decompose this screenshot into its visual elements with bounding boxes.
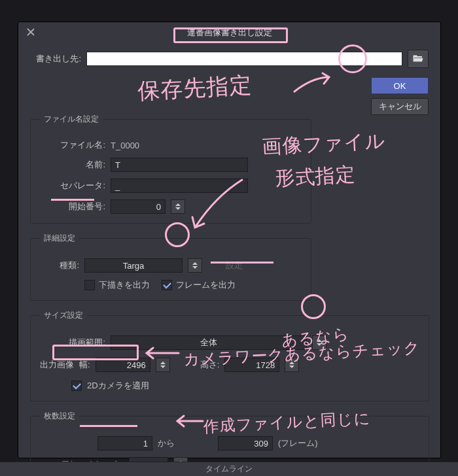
export-draft-label: 下描きを出力 <box>99 279 150 291</box>
start-number-input[interactable]: 0 <box>111 199 166 214</box>
folder-open-icon <box>412 54 424 65</box>
to-input[interactable]: 309 <box>218 436 273 450</box>
separator-label: セパレータ: <box>40 180 105 192</box>
start-number-stepper[interactable] <box>171 199 185 214</box>
height-stepper[interactable] <box>285 358 299 372</box>
name-input[interactable]: T <box>111 158 248 172</box>
width-input[interactable]: 2496 <box>96 358 150 372</box>
export-frame-label: フレームを出力 <box>176 279 236 291</box>
cancel-button[interactable]: キャンセル <box>371 98 429 115</box>
start-number-label: 開始番号: <box>40 201 105 212</box>
type-stepper[interactable] <box>188 258 202 273</box>
export-path-input[interactable] <box>86 52 402 66</box>
frame-unit-label: (フレーム) <box>278 437 318 449</box>
apply-2d-camera-checkbox[interactable] <box>71 381 82 391</box>
dialog-title: 連番画像書き出し設定 <box>185 26 275 40</box>
type-label: 種類: <box>40 260 79 271</box>
width-stepper[interactable] <box>156 358 170 372</box>
export-settings-dialog: 連番画像書き出し設定 書き出し先: OK キャンセル ファイル名設定 ファイル名… <box>18 22 441 458</box>
count-legend: 枚数設定 <box>40 411 79 422</box>
width-label: 幅: <box>79 359 90 371</box>
filename-fieldset: ファイル名設定 ファイル名: T_0000 名前: T セパレータ: _ 開始番… <box>30 114 311 224</box>
export-draft-checkbox[interactable] <box>84 280 95 290</box>
separator-input[interactable]: _ <box>111 178 248 193</box>
range-stepper[interactable] <box>312 335 326 350</box>
export-to-label: 書き出し先: <box>30 53 81 65</box>
titlebar: 連番画像書き出し設定 <box>18 22 440 43</box>
timeline-label: タイムライン <box>205 464 253 475</box>
ok-button[interactable]: OK <box>371 77 429 94</box>
type-combo[interactable]: Targa <box>84 258 183 273</box>
timeline-footer: タイムライン <box>0 462 458 476</box>
advanced-legend: 詳細設定 <box>40 233 79 244</box>
height-label: 高さ: <box>200 359 220 371</box>
filename-label: ファイル名: <box>40 139 105 151</box>
close-icon[interactable] <box>26 27 35 37</box>
range-label: 描画範囲: <box>40 337 105 348</box>
output-image-label: 出力画像 <box>40 359 74 371</box>
apply-2d-camera-label: 2Dカメラを適用 <box>87 380 149 392</box>
type-settings-button[interactable]: 設定 <box>226 260 243 271</box>
filename-legend: ファイル名設定 <box>40 114 103 125</box>
from-input[interactable]: 1 <box>97 436 152 450</box>
name-label: 名前: <box>40 159 105 171</box>
browse-folder-button[interactable] <box>408 50 429 68</box>
range-combo[interactable]: 全体 <box>111 335 307 350</box>
export-frame-checkbox[interactable] <box>162 280 172 290</box>
advanced-fieldset: 詳細設定 種類: Targa 設定 下描きを出力 フレームを出力 <box>30 233 311 301</box>
filename-value: T_0000 <box>111 141 139 150</box>
height-input[interactable]: 1728 <box>224 358 279 372</box>
size-legend: サイズ設定 <box>40 310 87 321</box>
size-fieldset: サイズ設定 描画範囲: 全体 出力画像 幅: 2496 高さ: 1728 2Dカ… <box>30 310 429 401</box>
from-label: から <box>158 437 175 449</box>
